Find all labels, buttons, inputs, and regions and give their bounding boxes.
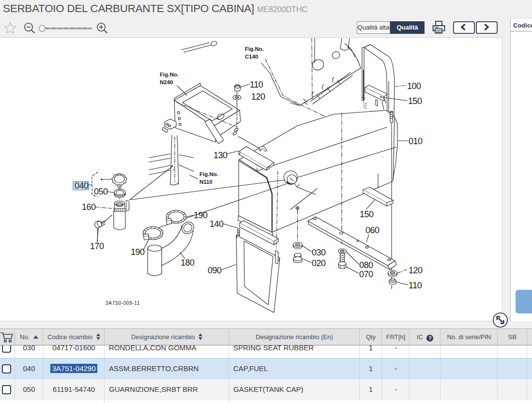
svg-text:3A7S0-009-11: 3A7S0-009-11	[106, 300, 140, 306]
svg-text:030: 030	[312, 248, 326, 257]
svg-text:N110: N110	[199, 179, 213, 185]
svg-text:120: 120	[409, 266, 423, 275]
svg-text:190: 190	[194, 210, 208, 220]
svg-text:Fig.No.: Fig.No.	[199, 171, 218, 177]
svg-text:N240: N240	[160, 79, 173, 85]
svg-text:170: 170	[90, 241, 104, 251]
svg-text:010: 010	[409, 136, 423, 146]
svg-text:070: 070	[359, 269, 373, 279]
svg-text:180: 180	[181, 258, 195, 268]
svg-text:090: 090	[208, 266, 222, 275]
svg-text:Fig.No.: Fig.No.	[160, 72, 179, 77]
svg-text:120: 120	[251, 92, 265, 102]
svg-text:C140: C140	[245, 54, 258, 60]
svg-text:130: 130	[213, 150, 228, 160]
svg-text:040: 040	[75, 181, 89, 191]
svg-text:140: 140	[210, 219, 224, 229]
svg-text:190: 190	[131, 247, 145, 257]
svg-text:160: 160	[82, 202, 96, 212]
svg-text:050: 050	[94, 187, 108, 196]
svg-text:150: 150	[408, 96, 422, 106]
svg-text:080: 080	[359, 260, 373, 270]
svg-text:020: 020	[312, 258, 326, 268]
svg-text:110: 110	[250, 80, 263, 90]
svg-text:060: 060	[365, 225, 380, 235]
svg-text:150: 150	[360, 209, 374, 219]
svg-text:110: 110	[409, 281, 422, 290]
svg-text:100: 100	[407, 81, 421, 91]
svg-text:Fig.No.: Fig.No.	[245, 46, 264, 52]
